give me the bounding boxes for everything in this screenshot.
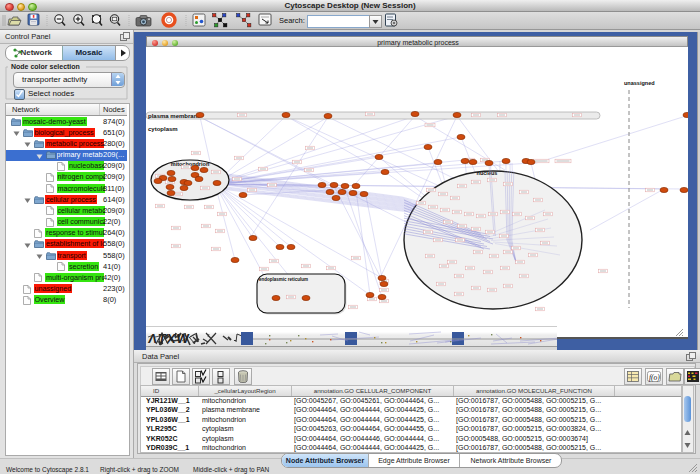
svg-text:ΛTΧW: ΛTΧW: [147, 331, 191, 346]
svg-text:cytoplasm: cytoplasm: [148, 126, 178, 132]
svg-text:f(o): f(o): [649, 373, 660, 382]
svg-text:endoplasmic reticulum: endoplasmic reticulum: [259, 277, 308, 282]
svg-text:unassigned: unassigned: [624, 80, 655, 86]
svg-text:Search:: Search:: [279, 16, 305, 25]
svg-text:nucleus: nucleus: [477, 170, 498, 176]
svg-text:plasma membrane: plasma membrane: [148, 113, 201, 119]
